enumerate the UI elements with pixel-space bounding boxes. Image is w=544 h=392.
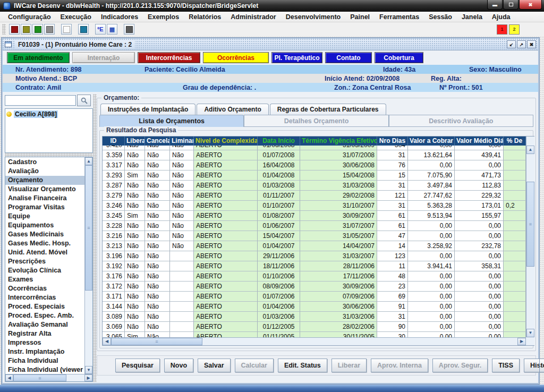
cell-nivel-de-complexidad[interactable]: ABERTO [194, 312, 258, 322]
table-row-3176[interactable]: 3.176NãoNãoABERTO01/10/200617/11/2006480… [103, 271, 526, 282]
cell-data-inicio[interactable]: 08/09/2006 [258, 282, 300, 292]
cell-libera[interactable]: Não [125, 181, 145, 191]
cell-data-inicio[interactable]: 01/08/2007 [258, 211, 300, 221]
cell-valor-a-cobrar[interactable]: 27.747,62 [408, 191, 455, 201]
frame-close-button[interactable]: ✖ [527, 40, 536, 48]
cell-de[interactable] [504, 322, 526, 332]
edit-status-button[interactable]: Edit. Status [278, 359, 327, 372]
search-input[interactable] [5, 95, 76, 106]
cell-data-inicio[interactable]: 01/10/2007 [258, 201, 300, 211]
cell-valor-medio-diaria[interactable]: 0,00 [455, 160, 504, 171]
sidebar-item-impressos[interactable]: Impressos [5, 338, 92, 347]
cell-de[interactable] [504, 332, 526, 337]
cell-nro-dias[interactable]: 48 [377, 271, 408, 282]
frame-iconify-button[interactable]: ↙ [507, 40, 516, 48]
cell-nro-dias[interactable]: 31 [377, 181, 408, 191]
patient-item[interactable]: Cecilio A[898] [6, 110, 91, 118]
cell-de[interactable] [504, 251, 526, 261]
sidebar-item-intercorrencias[interactable]: Intercorrências [5, 293, 92, 302]
cell-nro-dias[interactable]: 47 [377, 231, 408, 241]
status-button-em-atendimento[interactable]: Em atendimento [7, 52, 70, 63]
cell-valor-a-cobrar[interactable]: 13.621,64 [408, 150, 455, 160]
table-row-3069[interactable]: 3.069NãoNãoABERTO01/12/200528/02/2006900… [103, 322, 526, 332]
cell-nro-dias[interactable]: 61 [377, 221, 408, 231]
cell-valor-medio-diaria[interactable]: 0,00 [455, 332, 504, 337]
cell-data-inicio[interactable]: 01/03/2008 [258, 181, 300, 191]
cell-data-inicio[interactable]: 01/04/2006 [258, 302, 300, 312]
cell-id[interactable]: 3.171 [103, 292, 125, 302]
cell-valor-medio-diaria[interactable]: 0,00 [455, 312, 504, 322]
cell-liminar[interactable]: Não [170, 160, 194, 171]
cell-valor-a-cobrar[interactable]: 0,00 [408, 221, 455, 231]
scroll-left-arrow[interactable]: ◀ [5, 374, 13, 381]
cell-data-inicio[interactable]: 01/10/2006 [258, 271, 300, 282]
cell-nro-dias[interactable]: 14 [377, 241, 408, 251]
cell-id[interactable]: 3.359 [103, 150, 125, 160]
cell-liminar[interactable] [170, 302, 194, 312]
cell-nivel-de-complexidad[interactable]: ABERTO [194, 201, 258, 211]
cell-libera[interactable]: Não [125, 251, 145, 261]
cell-nro-dias[interactable]: 15 [377, 171, 408, 181]
table-row-3359[interactable]: 3.359NãoNãoNãoABERTO01/07/200831/07/2008… [103, 150, 526, 160]
cell-id[interactable]: 3.069 [103, 322, 125, 332]
toolbar-button-swatch-dark-gray[interactable] [124, 24, 134, 35]
toolbar-button-swatch-green[interactable] [32, 24, 43, 35]
cell-data-inicio[interactable]: 01/11/2005 [258, 332, 300, 337]
cell-de[interactable] [504, 181, 526, 191]
scroll-track[interactable] [202, 338, 517, 345]
cell-nivel-de-complexidad[interactable]: ABERTO [194, 146, 258, 150]
cell-nivel-de-complexidad[interactable]: ABERTO [194, 181, 258, 191]
sidebar-item-prescricoes[interactable]: Prescrições [5, 257, 92, 266]
cell-cancela[interactable]: Não [145, 221, 170, 231]
cell-cancela[interactable]: Não [145, 241, 170, 251]
cell-id[interactable]: 3.246 [103, 201, 125, 211]
cell-de[interactable] [504, 191, 526, 201]
cell-de[interactable] [504, 146, 526, 150]
frame-maximize-button[interactable]: ↗ [517, 40, 526, 48]
cell-valor-medio-diaria[interactable]: 0,00 [455, 292, 504, 302]
cell-valor-a-cobrar[interactable]: 0,00 [408, 302, 455, 312]
cell-data-inicio[interactable]: 01/12/2005 [258, 322, 300, 332]
cell-valor-medio-diaria[interactable]: 358,31 [455, 261, 504, 271]
cell-termino-vigencia-efetivo[interactable]: 31/10/2007 [300, 201, 377, 211]
cell-id[interactable]: 3.245 [103, 211, 125, 221]
cell-liminar[interactable]: Não [170, 241, 194, 251]
status-button-cobertura[interactable]: Cobertura [375, 52, 423, 63]
table-row-3279[interactable]: 3.279NãoNãoNãoABERTO01/11/200729/02/2008… [103, 191, 526, 201]
cell-libera[interactable]: Não [125, 221, 145, 231]
close-button[interactable]: ✖ [519, 0, 542, 10]
cell-id[interactable]: 3.287 [103, 181, 125, 191]
cell-de[interactable]: 0,2 [504, 201, 526, 211]
sidebar-splitter[interactable] [5, 153, 93, 157]
cell-valor-medio-diaria[interactable]: 0,00 [455, 251, 504, 261]
table-row-3246[interactable]: 3.246NãoNãoNãoABERTO01/10/200731/10/2007… [103, 201, 526, 211]
column-header-id[interactable]: ID [103, 137, 125, 146]
cell-valor-medio-diaria[interactable]: 0,00 [455, 282, 504, 292]
cell-id[interactable]: 3.228 [103, 221, 125, 231]
cell-valor-a-cobrar[interactable]: 3.258,92 [408, 241, 455, 251]
scroll-track[interactable] [526, 267, 534, 329]
column-header-nro-dias[interactable]: Nro Dias [377, 137, 408, 146]
nav-scroll-thumb[interactable] [85, 165, 92, 291]
cell-nro-dias[interactable]: 30 [377, 332, 408, 337]
cell-cancela[interactable]: Não [145, 251, 170, 261]
cell-id[interactable]: 3.293 [103, 171, 125, 181]
cell-id[interactable]: 3.213 [103, 241, 125, 251]
scroll-track[interactable] [85, 291, 92, 366]
menu-execucao[interactable]: Execução [56, 12, 96, 22]
cell-cancela[interactable]: Não [145, 322, 170, 332]
cell-data-inicio[interactable]: 01/06/2007 [258, 221, 300, 231]
cell-de[interactable] [504, 231, 526, 241]
cell-valor-a-cobrar[interactable]: 5.363,28 [408, 201, 455, 211]
toolbar-button-form-icon[interactable]: ºE [95, 24, 106, 35]
cell-de[interactable] [504, 312, 526, 322]
menu-configuracao[interactable]: Configuração [3, 12, 56, 22]
cell-nivel-de-complexidad[interactable]: ABERTO [194, 150, 258, 160]
column-header-data-inicio[interactable]: Data Início [258, 137, 300, 146]
cell-termino-vigencia-efetivo[interactable]: 29/02/2008 [300, 191, 377, 201]
cell-de[interactable] [504, 271, 526, 282]
cell-nivel-de-complexidad[interactable]: ABERTO [194, 221, 258, 231]
cell-liminar[interactable] [170, 282, 194, 292]
cell-termino-vigencia-efetivo[interactable]: 15/04/2008 [300, 171, 377, 181]
cell-de[interactable] [504, 241, 526, 251]
